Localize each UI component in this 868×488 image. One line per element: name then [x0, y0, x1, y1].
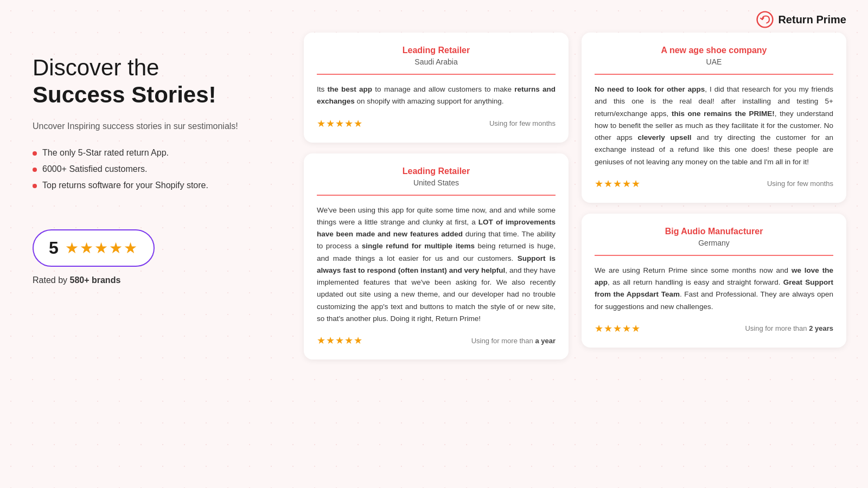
bullet-dot-icon [33, 168, 37, 172]
card-header-c2-0: A new age shoe companyUAE [595, 46, 833, 75]
return-prime-logo-icon [756, 11, 774, 28]
card-body-c2-0: No need to look for other apps, I did th… [595, 84, 833, 168]
bullet-item-2: 6000+ Satisfied customers. [33, 164, 239, 174]
review-card-c2-1: Big Audio ManufacturerGermanyWe are usin… [582, 214, 846, 348]
card-stars-icon-c2-1: ★★★★★ [595, 323, 641, 335]
discover-line1: Discover the [33, 54, 239, 81]
cards-column-2: A new age shoe companyUAENo need to look… [582, 33, 846, 359]
card-body-c1-1: We've been using this app for quite some… [317, 204, 556, 325]
review-card-c1-0: Leading RetailerSaudi ArabiaIts the best… [304, 33, 569, 143]
bullet-list: The only 5-Star rated return App. 6000+ … [33, 148, 239, 190]
card-footer-c1-1: ★★★★★Using for more than a year [317, 335, 556, 346]
card-location-c2-0: UAE [595, 57, 833, 66]
bullet-item-1: The only 5-Star rated return App. [33, 148, 239, 158]
card-stars-icon-c1-1: ★★★★★ [317, 335, 363, 346]
cards-column-1: Leading RetailerSaudi ArabiaIts the best… [304, 33, 569, 359]
card-location-c1-0: Saudi Arabia [317, 57, 556, 66]
header-title: Return Prime [778, 14, 846, 26]
left-panel: Discover the Success Stories! Uncover In… [33, 54, 239, 285]
card-using-text-c2-1: Using for more than 2 years [745, 324, 833, 332]
card-company-c1-1: Leading Retailer [317, 166, 556, 176]
cards-area: Leading RetailerSaudi ArabiaIts the best… [304, 33, 846, 359]
discover-line2: Success Stories! [33, 81, 239, 108]
card-location-c1-1: United States [317, 178, 556, 187]
card-company-c1-0: Leading Retailer [317, 46, 556, 55]
bullet-dot-icon [33, 151, 37, 156]
card-stars-icon-c1-0: ★★★★★ [317, 118, 363, 130]
rated-text: Rated by 580+ brands [33, 275, 239, 285]
card-header-c2-1: Big Audio ManufacturerGermany [595, 227, 833, 256]
svg-point-0 [757, 12, 773, 28]
rating-stars-icon: ★★★★★ [65, 239, 138, 257]
card-body-c1-0: Its the best app to manage and allow cus… [317, 84, 556, 108]
card-company-c2-0: A new age shoe company [595, 46, 833, 55]
card-header-c1-0: Leading RetailerSaudi Arabia [317, 46, 556, 75]
card-using-text-c1-1: Using for more than a year [471, 337, 556, 345]
card-footer-c2-1: ★★★★★Using for more than 2 years [595, 323, 833, 335]
card-using-text-c1-0: Using for few months [489, 119, 556, 127]
header: Return Prime [756, 11, 846, 28]
review-card-c2-0: A new age shoe companyUAENo need to look… [582, 33, 846, 203]
card-footer-c1-0: ★★★★★Using for few months [317, 118, 556, 130]
rating-number: 5 [49, 238, 59, 258]
card-company-c2-1: Big Audio Manufacturer [595, 227, 833, 236]
card-body-c2-1: We are using Return Prime since some mon… [595, 265, 833, 313]
card-location-c2-1: Germany [595, 239, 833, 247]
subtitle-text: Uncover Inspiring success stories in sur… [33, 120, 239, 133]
card-header-c1-1: Leading RetailerUnited States [317, 166, 556, 196]
card-stars-icon-c2-0: ★★★★★ [595, 178, 641, 190]
rating-box: 5 ★★★★★ [33, 229, 155, 267]
bullet-dot-icon [33, 184, 37, 188]
card-using-text-c2-0: Using for few months [767, 179, 833, 188]
card-footer-c2-0: ★★★★★Using for few months [595, 178, 833, 190]
review-card-c1-1: Leading RetailerUnited StatesWe've been … [304, 153, 569, 360]
bullet-item-3: Top returns software for your Shopify st… [33, 181, 239, 190]
